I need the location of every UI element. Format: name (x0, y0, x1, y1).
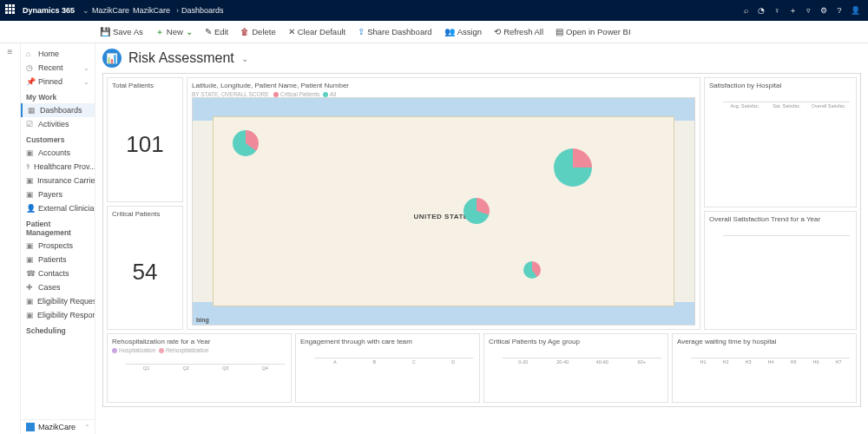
app-tile-icon (26, 423, 35, 431)
nav-group-mywork: My Work (21, 89, 95, 103)
tile-title: Total Patients (112, 82, 178, 89)
activity-icon: ☑ (26, 120, 35, 128)
pin-icon: 📌 (26, 77, 35, 86)
clear-icon: ✕ (288, 27, 295, 36)
tile-title: Critical Patients (112, 210, 178, 218)
dashboard-canvas: Total Patients 101 Critical Patients 54 … (102, 73, 861, 407)
breadcrumb-2[interactable]: MazikCare (133, 6, 170, 15)
page-title-bar: 📊 Risk Assessment ⌄ (102, 49, 861, 68)
refresh-button[interactable]: ⟲Refresh All (490, 25, 548, 38)
nav-pinned[interactable]: 📌Pinned⌄ (21, 75, 95, 89)
tile-total-patients[interactable]: Total Patients 101 (107, 77, 183, 202)
tile-trend[interactable]: Overall Satisfaction Trend for a Year (704, 211, 857, 330)
settings-icon[interactable]: ⚙ (816, 6, 832, 15)
nav-prospects[interactable]: ▣Prospects (21, 239, 95, 253)
save-as-button[interactable]: 💾Save As (95, 25, 148, 38)
nav-activities[interactable]: ☑Activities (21, 117, 95, 131)
shield-icon: ▣ (26, 176, 34, 185)
tile-title: Rehospitalization rate for a Year (112, 338, 286, 345)
tile-critical-age[interactable]: Critical Patients by Age group 0-2020-40… (483, 333, 668, 403)
help-icon[interactable]: ? (832, 6, 847, 15)
trash-icon: 🗑 (240, 27, 249, 36)
task-icon[interactable]: ◔ (753, 6, 769, 15)
assign-icon: 👥 (444, 27, 455, 36)
add-icon[interactable]: ＋ (785, 5, 800, 16)
nav-group-scheduling: Scheduling (21, 322, 95, 337)
chevron-down-icon[interactable]: ⌄ (82, 6, 89, 15)
map-pie-nw[interactable] (233, 130, 259, 156)
user-icon[interactable]: 👤 (847, 6, 863, 15)
menu-icon[interactable]: ≡ (8, 47, 13, 56)
clock-icon: ◷ (26, 63, 35, 72)
nav-clinicians[interactable]: 👤External Clinicians (21, 201, 95, 215)
filter-icon[interactable]: ▿ (800, 6, 816, 15)
nav-providers[interactable]: ⚕Healthcare Prov... (21, 160, 95, 174)
search-icon[interactable]: ⌕ (738, 6, 753, 15)
command-bar: 💾Save As ＋New⌄ ✎Edit 🗑Delete ✕Clear Defa… (0, 21, 868, 43)
assign-button[interactable]: 👥Assign (440, 25, 487, 38)
case-icon: ✚ (26, 283, 35, 292)
dashboard-avatar-icon: 📊 (102, 49, 122, 68)
brand[interactable]: Dynamics 365 (23, 6, 75, 15)
nav-dashboards[interactable]: ▦Dashboards (21, 103, 95, 117)
nav-rail: ≡ (0, 43, 21, 434)
save-icon: 💾 (100, 27, 110, 36)
nav-insurance[interactable]: ▣Insurance Carriers (21, 174, 95, 187)
nav-patients[interactable]: ▣Patients (21, 253, 95, 266)
dashboard-icon: ▦ (28, 106, 36, 115)
powerbi-icon: ▤ (556, 27, 563, 36)
page-title: Risk Assessment (128, 50, 234, 66)
prospect-icon: ▣ (26, 241, 35, 250)
plus-icon: ＋ (155, 26, 164, 38)
right-column: Satisfaction by Hospital Avg. Satisfac.S… (704, 77, 857, 330)
breadcrumb-3[interactable]: Dashboards (181, 6, 224, 15)
tile-map[interactable]: Latitude, Longitude, Patient Name, Patie… (187, 77, 700, 330)
chevron-right-icon: › (176, 6, 179, 15)
contact-icon: ☎ (26, 269, 35, 278)
nav-elig-request[interactable]: ▣Eligibility Request (21, 294, 95, 308)
share-button[interactable]: ⇪Share Dashboard (353, 25, 436, 38)
tile-waiting[interactable]: Average waiting time by hospital H1H2H3H… (672, 333, 857, 403)
tile-title: Average waiting time by hospital (677, 338, 852, 345)
tile-critical-patients[interactable]: Critical Patients 54 (107, 206, 183, 331)
share-icon: ⇪ (358, 27, 365, 36)
map-pie-mid[interactable] (464, 198, 490, 224)
nav-footer[interactable]: MazikCare ⌃ (21, 419, 95, 434)
main-content: 📊 Risk Assessment ⌄ Total Patients 101 C… (95, 43, 868, 434)
new-button[interactable]: ＋New⌄ (151, 24, 197, 40)
tile-engagement[interactable]: Engagement through with care team ABCD (295, 333, 480, 403)
nav-elig-response[interactable]: ▣Eligibility Respon... (21, 308, 95, 322)
tile-title: Overall Satisfaction Trend for a Year (709, 215, 852, 223)
doc-icon: ▣ (26, 297, 34, 306)
chevron-up-icon: ⌃ (84, 424, 90, 431)
chevron-down-icon: ⌄ (83, 64, 89, 72)
map-canvas[interactable]: UNITED STATES bing (192, 97, 695, 326)
tile-rehosp[interactable]: Rehospitalization rate for a Year Hospit… (107, 333, 292, 403)
clinician-icon: 👤 (26, 204, 35, 213)
edit-button[interactable]: ✎Edit (201, 25, 233, 38)
doc-icon: ▣ (26, 311, 34, 319)
home-icon: ⌂ (26, 49, 35, 58)
breadcrumb-1[interactable]: MazikCare (92, 6, 129, 15)
nav-contacts[interactable]: ☎Contacts (21, 266, 95, 280)
kpi-column: Total Patients 101 Critical Patients 54 (107, 77, 183, 330)
nav-cases[interactable]: ✚Cases (21, 280, 95, 294)
bulb-icon[interactable]: ♀ (769, 6, 785, 15)
nav-home[interactable]: ⌂Home (21, 47, 95, 61)
nav-accounts[interactable]: ▣Accounts (21, 146, 95, 160)
nav-group-patient: Patient Management (21, 215, 95, 239)
clear-default-button[interactable]: ✕Clear Default (284, 25, 350, 38)
app-launcher-icon[interactable] (5, 4, 17, 16)
open-powerbi-button[interactable]: ▤Open in Power BI (551, 25, 635, 38)
delete-button[interactable]: 🗑Delete (236, 25, 279, 38)
chevron-down-icon[interactable]: ⌄ (241, 54, 248, 63)
nav-payers[interactable]: ▣Payers (21, 187, 95, 201)
tile-satisfaction[interactable]: Satisfaction by Hospital Avg. Satisfac.S… (704, 77, 857, 207)
tile-title: Satisfaction by Hospital (709, 82, 852, 89)
tile-legend: Hospitalization Rehospitalization (112, 347, 286, 353)
bottom-row: Rehospitalization rate for a Year Hospit… (107, 333, 857, 403)
nav-recent[interactable]: ◷Recent⌄ (21, 61, 95, 75)
tile-title: Latitude, Longitude, Patient Name, Patie… (192, 82, 695, 89)
map-pie-lakes[interactable] (554, 148, 592, 187)
chevron-down-icon: ⌄ (83, 78, 89, 86)
